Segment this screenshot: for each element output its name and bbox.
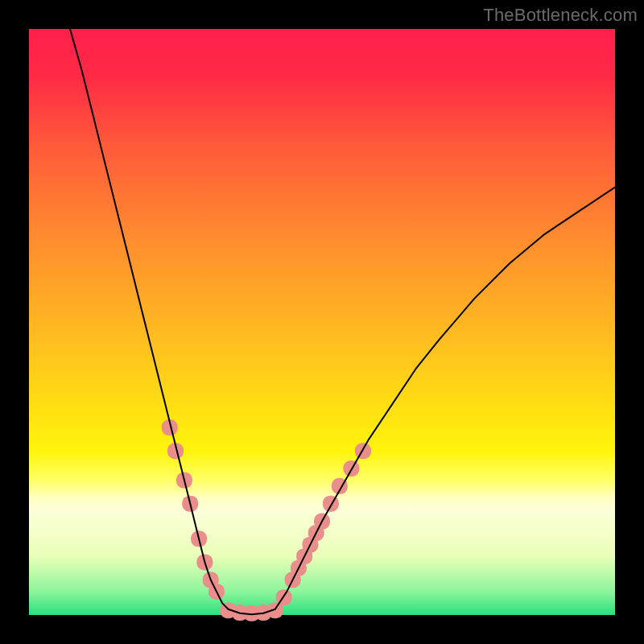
markers-right-point — [323, 496, 339, 512]
watermark-text: TheBottleneck.com — [483, 5, 638, 26]
bottleneck-chart — [0, 0, 644, 644]
